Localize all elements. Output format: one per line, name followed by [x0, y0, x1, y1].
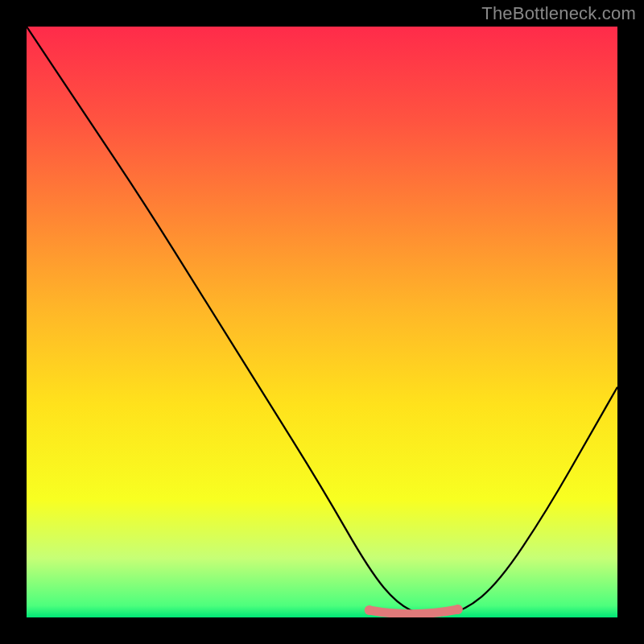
plot-area: [27, 27, 617, 617]
optimal-range-start-dot: [365, 605, 374, 615]
watermark-text: TheBottleneck.com: [481, 3, 636, 24]
bottleneck-curve: [27, 27, 617, 616]
optimal-range-marker: [369, 609, 458, 614]
optimal-range-end-dot: [453, 605, 463, 614]
curve-svg: [27, 27, 617, 617]
chart-container: TheBottleneck.com: [0, 0, 644, 644]
